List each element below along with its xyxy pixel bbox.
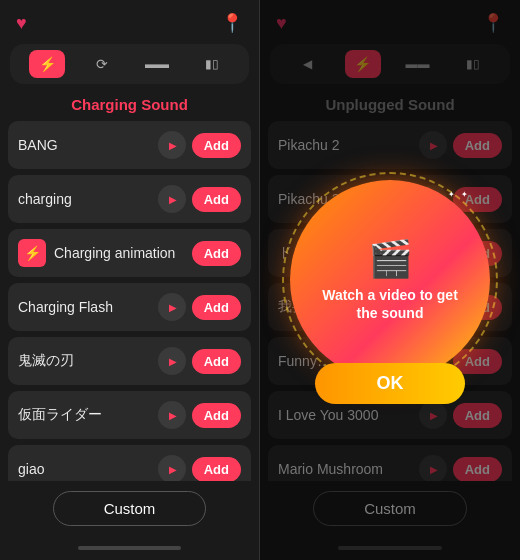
play-button[interactable]: [158, 293, 186, 321]
add-button[interactable]: Add: [192, 457, 241, 482]
location-icon: 📍: [221, 12, 243, 34]
left-top-bar: ♥ 📍: [0, 0, 259, 40]
ok-btn-container: OK: [315, 363, 465, 404]
right-panel: ♥ 📍 ◀ ⚡ ▬▬ ▮▯ Unplugged Sound Pikachu 2 …: [260, 0, 520, 560]
item-name: Charging animation: [54, 245, 192, 261]
item-name: charging: [18, 191, 158, 207]
ok-button[interactable]: OK: [315, 363, 465, 404]
bottom-bar-left: [78, 546, 182, 550]
play-button[interactable]: [158, 131, 186, 159]
heart-icon: ♥: [16, 13, 27, 34]
add-button[interactable]: Add: [192, 187, 241, 212]
add-button[interactable]: Add: [192, 241, 241, 266]
list-item: giao Add: [8, 445, 251, 481]
list-item: ⚡ Charging animation Add: [8, 229, 251, 277]
play-button[interactable]: [158, 401, 186, 429]
tab-charging[interactable]: ⚡: [29, 50, 65, 78]
item-name: giao: [18, 461, 158, 477]
charging-animation-icon: ⚡: [18, 239, 46, 267]
left-panel: ♥ 📍 ⚡ ⟳ ▬▬ ▮▯ Charging Sound BANG Add ch…: [0, 0, 260, 560]
video-overlay: ✦ ✦ 🎬 Watch a video to get the sound OK: [260, 0, 520, 560]
play-button[interactable]: [158, 455, 186, 481]
add-button[interactable]: Add: [192, 403, 241, 428]
video-icon: 🎬: [368, 238, 413, 280]
left-section-title: Charging Sound: [0, 90, 259, 121]
list-item: 仮面ライダー Add: [8, 391, 251, 439]
tab-battery[interactable]: ▬▬: [139, 50, 175, 78]
tab-row-left: ⚡ ⟳ ▬▬ ▮▯: [10, 44, 249, 84]
item-name: BANG: [18, 137, 158, 153]
add-button[interactable]: Add: [192, 349, 241, 374]
tab-wifi[interactable]: ⟳: [84, 50, 120, 78]
popup-message: Watch a video to get the sound: [290, 286, 490, 322]
list-item: 鬼滅の刃 Add: [8, 337, 251, 385]
item-name: 仮面ライダー: [18, 406, 158, 424]
add-button[interactable]: Add: [192, 295, 241, 320]
video-popup: ✦ ✦ 🎬 Watch a video to get the sound OK: [290, 180, 490, 380]
list-item: Charging Flash Add: [8, 283, 251, 331]
list-item: BANG Add: [8, 121, 251, 169]
left-list: BANG Add charging Add ⚡ Charging animati…: [0, 121, 259, 481]
play-button[interactable]: [158, 185, 186, 213]
item-name: 鬼滅の刃: [18, 352, 158, 370]
left-custom-container: Custom: [0, 481, 259, 540]
add-button[interactable]: Add: [192, 133, 241, 158]
left-custom-button[interactable]: Custom: [53, 491, 207, 526]
item-name: Charging Flash: [18, 299, 158, 315]
tab-battery2[interactable]: ▮▯: [194, 50, 230, 78]
decorative-dots: ✦ ✦: [448, 190, 470, 199]
play-button[interactable]: [158, 347, 186, 375]
list-item: charging Add: [8, 175, 251, 223]
